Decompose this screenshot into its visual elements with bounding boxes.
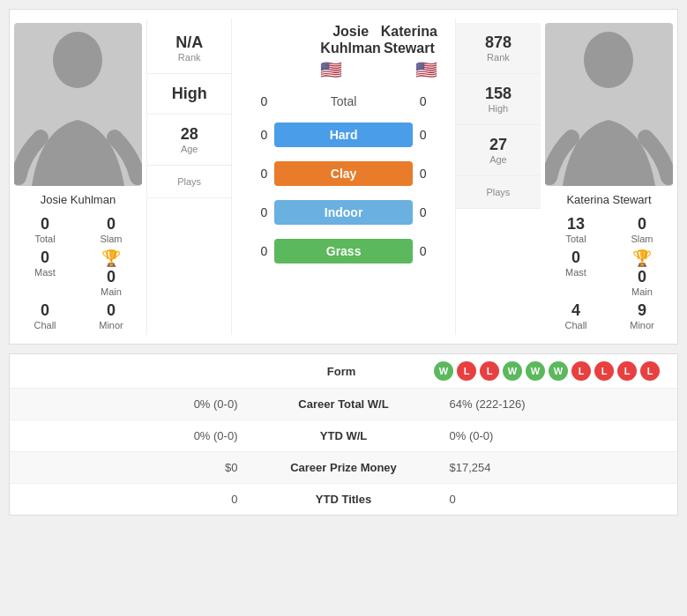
left-plays-label: Plays — [152, 176, 227, 187]
left-rank-label: Rank — [152, 52, 227, 63]
form-badge-2: L — [480, 361, 499, 381]
left-minor-label: Minor — [99, 320, 123, 330]
right-rank-label: Rank — [460, 52, 536, 63]
left-age-value: 28 — [152, 125, 227, 144]
total-right-score: 0 — [420, 94, 446, 108]
clay-right-score: 0 — [420, 167, 446, 181]
stat-left-1: 0% (0-0) — [23, 429, 256, 442]
form-badge-3: W — [503, 361, 522, 381]
stat-right-2: $17,254 — [432, 461, 665, 474]
comparison-section: Josie Kuhlman 0 Total 0 Slam 0 Mast 🏆 — [9, 9, 678, 345]
right-slam-label: Slam — [631, 234, 653, 244]
svg-point-0 — [53, 32, 102, 88]
right-high-sub: High — [460, 103, 536, 114]
clay-left-score: 0 — [241, 167, 267, 181]
right-plays-box: Plays — [456, 176, 541, 209]
left-avatar — [14, 23, 142, 186]
stat-right-3: 0 — [432, 493, 665, 506]
left-total-value: 0 — [41, 215, 49, 234]
indoor-left-score: 0 — [241, 205, 267, 219]
left-trophy-row: 🏆 — [101, 249, 121, 268]
right-age-box: 27 Age — [456, 125, 541, 176]
bottom-section: Form WLLWWWLLLL 0% (0-0) Career Total W/… — [9, 353, 678, 516]
right-rank-value: 878 — [460, 33, 536, 52]
form-badge-5: W — [549, 361, 568, 381]
indoor-right-score: 0 — [420, 205, 446, 219]
stat-right-1: 0% (0-0) — [432, 429, 665, 442]
left-total-cell: 0 Total — [14, 215, 76, 244]
right-high-value: 158 — [460, 85, 536, 103]
right-mast-value: 0 — [571, 249, 580, 267]
court-hard-row: 0 Hard 0 — [241, 122, 445, 147]
right-minor-value: 9 — [638, 301, 646, 320]
form-label: Form — [253, 365, 429, 378]
form-badge-1: L — [457, 361, 476, 381]
right-player-name: Katerina Stewart — [566, 193, 651, 206]
left-chall-value: 0 — [41, 301, 49, 320]
stat-center-3: YTD Titles — [256, 493, 432, 506]
right-rank-box: 878 Rank — [456, 23, 541, 74]
right-chall-label: Chall — [564, 320, 586, 330]
total-left-score: 0 — [241, 94, 267, 108]
left-flag: 🇺🇸 — [320, 59, 342, 80]
grass-left-score: 0 — [241, 244, 267, 258]
stat-center-2: Career Prize Money — [256, 461, 432, 474]
stat-row-0: 0% (0-0) Career Total W/L 64% (222-126) — [10, 389, 677, 420]
left-trophy-icon: 🏆 — [101, 249, 121, 268]
total-label: Total — [274, 94, 412, 108]
stat-row-3: 0 YTD Titles 0 — [10, 484, 677, 515]
hard-right-score: 0 — [420, 128, 446, 142]
left-total-label: Total — [34, 234, 55, 244]
stat-row-1: 0% (0-0) YTD W/L 0% (0-0) — [10, 420, 677, 452]
left-rank-value: N/A — [152, 33, 227, 52]
left-player-name: Josie Kuhlman — [41, 193, 116, 206]
right-stats-grid: 13 Total 0 Slam 0 Mast 🏆 0 Main — [545, 215, 673, 330]
grass-right-score: 0 — [420, 244, 446, 258]
right-total-value: 13 — [567, 215, 585, 234]
left-slam-label: Slam — [100, 234, 122, 244]
right-trophy-icon: 🏆 — [632, 249, 652, 268]
form-badge-9: L — [640, 361, 660, 381]
stat-left-0: 0% (0-0) — [23, 397, 256, 411]
right-chall-value: 4 — [571, 301, 580, 320]
left-age-box: 28 Age — [147, 115, 231, 166]
indoor-badge: Indoor — [274, 200, 412, 225]
left-plays-box: Plays — [147, 166, 231, 198]
left-mast-value: 0 — [41, 249, 49, 267]
form-badge-7: L — [594, 361, 614, 381]
court-total-row: 0 Total 0 — [241, 94, 445, 108]
right-slam-value: 0 — [638, 215, 646, 234]
form-badges-container: WLLWWWLLLL — [429, 361, 664, 381]
svg-point-1 — [584, 32, 633, 88]
left-chall-cell: 0 Chall — [14, 301, 76, 330]
form-badge-8: L — [617, 361, 637, 381]
stat-center-1: YTD W/L — [256, 429, 432, 442]
left-rank-box: N/A Rank — [147, 23, 231, 74]
clay-badge: Clay — [274, 161, 412, 186]
right-total-label: Total — [565, 234, 586, 244]
left-main-value: 0 — [107, 268, 116, 286]
right-main-label: Main — [631, 286, 653, 297]
right-trophy-main-cell: 🏆 0 Main — [611, 249, 673, 297]
court-clay-row: 0 Clay 0 — [241, 161, 445, 186]
court-grass-row: 0 Grass 0 — [241, 239, 445, 263]
right-main-value: 0 — [638, 268, 646, 286]
right-stats-panel: 878 Rank 158 High 27 Age Plays — [455, 19, 541, 335]
right-total-cell: 13 Total — [545, 215, 607, 244]
hard-badge: Hard — [274, 122, 412, 147]
left-middle-panel: N/A Rank High 28 Age Plays — [146, 19, 232, 335]
court-section: Josie Kuhlman 🇺🇸 Katerina Stewart 🇺🇸 0 T… — [232, 19, 454, 335]
stat-center-0: Career Total W/L — [256, 397, 432, 411]
left-slam-cell: 0 Slam — [80, 215, 142, 244]
right-mast-label: Mast — [565, 267, 586, 278]
stat-row-2: $0 Career Prize Money $17,254 — [10, 452, 677, 484]
left-slam-value: 0 — [107, 215, 116, 234]
stat-right-0: 64% (222-126) — [432, 397, 665, 411]
right-high-box: 158 High — [456, 74, 541, 125]
right-slam-cell: 0 Slam — [611, 215, 673, 244]
left-age-label: Age — [152, 144, 227, 154]
right-age-value: 27 — [460, 136, 536, 154]
form-badge-6: L — [571, 361, 591, 381]
left-main-label: Main — [101, 286, 122, 297]
player-left: Josie Kuhlman 0 Total 0 Slam 0 Mast 🏆 — [10, 19, 146, 335]
